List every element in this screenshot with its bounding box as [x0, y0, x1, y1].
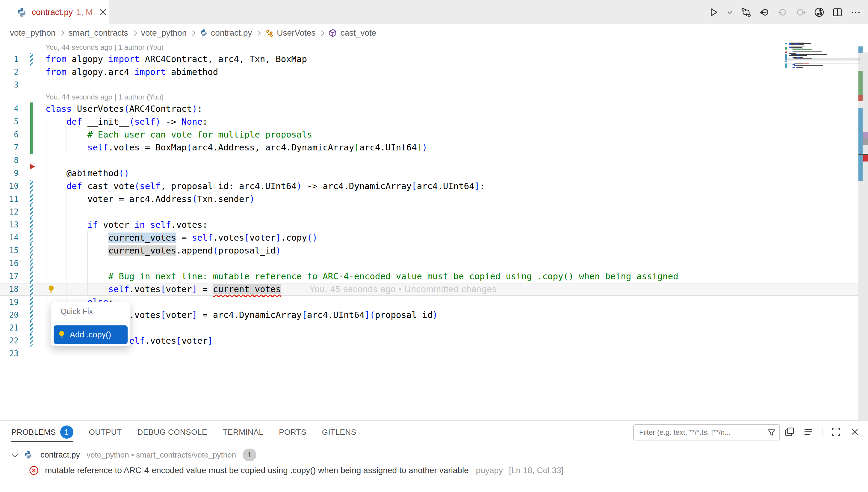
code-line-3[interactable]: 3 — [0, 78, 859, 91]
line-number[interactable]: 15 — [0, 244, 19, 257]
code-line-5[interactable]: 5 def __init__(self) -> None: — [0, 115, 859, 128]
breadcrumb-item-folder[interactable]: vote_python — [10, 28, 56, 38]
tab-terminal[interactable]: TERMINAL — [223, 421, 263, 443]
code-line-15[interactable]: 15 current_votes.append(proposal_id) — [0, 244, 859, 257]
code-line-9[interactable]: 9 @abimethod() — [0, 167, 859, 180]
tab-close-icon[interactable] — [99, 8, 107, 17]
open-changes-previous-icon[interactable] — [759, 7, 770, 18]
maximize-panel-icon[interactable] — [831, 426, 841, 437]
breadcrumb-item-file[interactable]: contract.py — [200, 28, 252, 38]
line-number[interactable]: 20 — [0, 309, 19, 321]
compare-changes-icon[interactable] — [740, 7, 752, 18]
previous-change-icon[interactable] — [777, 7, 788, 18]
run-dropdown-chevron-icon[interactable] — [726, 7, 734, 18]
split-editor-icon[interactable] — [832, 7, 843, 18]
codelens-blame-text[interactable]: You, 44 seconds ago | 1 author (You) — [46, 42, 163, 53]
line-number[interactable]: 18 — [0, 283, 19, 296]
tab-ports[interactable]: PORTS — [279, 421, 306, 443]
gutter-modified-indicator[interactable] — [30, 283, 33, 296]
codelens-blame-text[interactable]: You, 44 seconds ago | 1 author (You) — [46, 91, 163, 102]
line-number[interactable]: 6 — [0, 128, 19, 141]
gutter-modified-indicator[interactable] — [30, 218, 33, 231]
line-number[interactable]: 7 — [0, 141, 19, 154]
code-line-18[interactable]: 18 self.votes[voter] = current_votesYou,… — [0, 283, 859, 296]
gutter-modified-indicator[interactable] — [30, 296, 33, 309]
chevron-down-icon[interactable] — [12, 451, 18, 457]
line-number[interactable]: 4 — [0, 102, 19, 115]
line-number[interactable]: 13 — [0, 218, 19, 231]
file-history-icon[interactable] — [814, 7, 825, 18]
code-text[interactable]: from algopy import ARC4Contract, arc4, T… — [46, 53, 307, 66]
gutter-modified-indicator[interactable] — [30, 53, 33, 66]
code-line-10[interactable]: 10 def cast_vote(self, proposal_id: arc4… — [0, 180, 859, 193]
view-as-list-icon[interactable] — [803, 426, 814, 437]
code-text[interactable]: def cast_vote(self, proposal_id: arc4.UI… — [46, 180, 485, 193]
code-line-13[interactable]: 13 if voter in self.votes: — [0, 218, 859, 231]
code-text[interactable]: self.votes = BoxMap(arc4.Address, arc4.D… — [46, 141, 427, 154]
gutter-modified-indicator[interactable] — [30, 335, 33, 347]
view-as-table-icon[interactable] — [784, 426, 795, 437]
gutter-modified-indicator[interactable] — [30, 231, 33, 244]
breadcrumb-item-method[interactable]: cast_vote — [328, 28, 376, 38]
more-actions-icon[interactable] — [850, 7, 861, 18]
filter-input[interactable] — [639, 428, 767, 437]
code-text[interactable]: def __init__(self) -> None: — [46, 115, 208, 128]
code-text[interactable]: current_votes.append(proposal_id) — [46, 244, 281, 257]
code-line-8[interactable]: 8 — [0, 154, 859, 167]
code-line-7[interactable]: 7 self.votes = BoxMap(arc4.Address, arc4… — [0, 141, 859, 154]
line-number[interactable]: 9 — [0, 167, 19, 180]
run-button[interactable] — [708, 7, 719, 18]
code-line-16[interactable]: 16 — [0, 257, 859, 270]
gutter-modified-indicator[interactable] — [30, 180, 33, 193]
code-text[interactable]: # Each user can vote for multiple propos… — [46, 128, 312, 141]
breadcrumb-item-folder[interactable]: vote_python — [141, 28, 187, 38]
gutter-added-indicator[interactable] — [30, 115, 33, 128]
line-number[interactable]: 19 — [0, 296, 19, 309]
gitlens-codelens[interactable]: You, 44 seconds ago | 1 author (You) — [0, 42, 859, 53]
code-text[interactable]: if voter in self.votes: — [46, 218, 208, 231]
gutter-modified-indicator[interactable] — [30, 193, 33, 205]
minimap[interactable] — [785, 42, 860, 75]
quick-fix-action-add-copy[interactable]: Add .copy() — [54, 325, 128, 344]
next-change-icon[interactable] — [795, 7, 807, 18]
tab-debug-console[interactable]: DEBUG CONSOLE — [137, 421, 207, 443]
line-number[interactable]: 1 — [0, 53, 19, 66]
gutter-added-indicator[interactable] — [30, 128, 33, 141]
line-number[interactable]: 3 — [0, 78, 19, 91]
tab-output[interactable]: OUTPUT — [89, 421, 122, 443]
problem-row[interactable]: mutable reference to ARC-4-encoded value… — [0, 463, 868, 478]
code-text[interactable]: # Bug in next line: mutable reference to… — [46, 270, 679, 283]
code-line-23[interactable]: 23 — [0, 347, 859, 360]
code-line-11[interactable]: 11 voter = arc4.Address(Txn.sender) — [0, 193, 859, 205]
code-text[interactable]: class UserVotes(ARC4Contract): — [46, 102, 202, 115]
line-number[interactable]: 8 — [0, 154, 19, 167]
code-line-2[interactable]: 2from algopy.arc4 import abimethod — [0, 66, 859, 78]
overview-ruler[interactable] — [859, 42, 868, 420]
code-text[interactable]: self.votes[voter] = current_votesYou, 45… — [46, 283, 496, 296]
code-line-14[interactable]: 14 current_votes = self.votes[voter].cop… — [0, 231, 859, 244]
gutter-added-indicator[interactable] — [30, 141, 33, 154]
editor-tab-contract-py[interactable]: contract.py 1, M — [0, 0, 109, 24]
line-number[interactable]: 21 — [0, 321, 19, 335]
gutter-modified-indicator[interactable] — [30, 244, 33, 257]
tab-problems[interactable]: PROBLEMS 1 — [11, 421, 73, 443]
gutter-modified-indicator[interactable] — [30, 257, 33, 270]
problems-file-row[interactable]: contract.py vote_python • smart_contract… — [0, 447, 868, 463]
gutter-modified-indicator[interactable] — [30, 321, 33, 335]
code-line-1[interactable]: 1from algopy import ARC4Contract, arc4, … — [0, 53, 859, 66]
line-number[interactable]: 14 — [0, 231, 19, 244]
code-text[interactable]: voter = arc4.Address(Txn.sender) — [46, 193, 255, 205]
gutter-modified-indicator[interactable] — [30, 205, 33, 218]
gutter-modified-indicator[interactable] — [30, 270, 33, 283]
tab-gitlens[interactable]: GITLENS — [322, 421, 356, 443]
gitlens-codelens[interactable]: You, 44 seconds ago | 1 author (You) — [0, 91, 859, 102]
code-line-17[interactable]: 17 # Bug in next line: mutable reference… — [0, 270, 859, 283]
line-number[interactable]: 16 — [0, 257, 19, 270]
code-text[interactable]: from algopy.arc4 import abimethod — [46, 66, 218, 78]
line-number[interactable]: 2 — [0, 66, 19, 78]
gutter-added-indicator[interactable] — [30, 102, 33, 115]
code-editor[interactable]: You, 44 seconds ago | 1 author (You)1fro… — [0, 42, 859, 420]
line-number[interactable]: 17 — [0, 270, 19, 283]
line-number[interactable]: 12 — [0, 205, 19, 218]
code-line-6[interactable]: 6 # Each user can vote for multiple prop… — [0, 128, 859, 141]
